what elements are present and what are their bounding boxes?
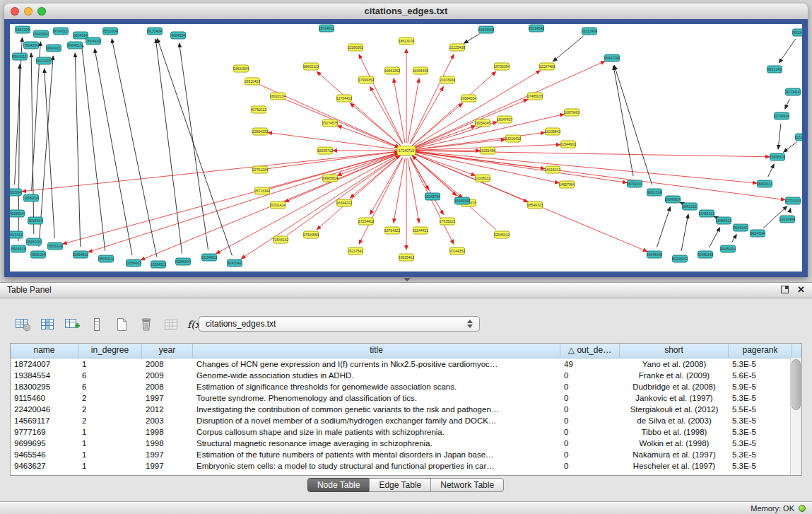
graph-edge[interactable]: [370, 158, 402, 215]
graph-edge[interactable]: [614, 65, 652, 185]
graph-node[interactable]: 22751234: [252, 166, 268, 173]
network-canvas[interactable]: 1724071916251456182543451958433420103934…: [10, 24, 802, 271]
graph-node[interactable]: 8905613: [11, 245, 26, 252]
graph-edge[interactable]: [784, 142, 797, 152]
table-row[interactable]: 2242004622012Investigating the contribut…: [11, 404, 801, 415]
graph-edge[interactable]: [155, 39, 182, 254]
graph-edge[interactable]: [216, 154, 400, 254]
graph-edge[interactable]: [268, 132, 399, 149]
graph-node[interactable]: 16344212: [336, 199, 352, 206]
graph-node[interactable]: 7904334: [24, 42, 39, 49]
graph-node[interactable]: 11544901: [560, 141, 576, 148]
scrollbar-thumb[interactable]: [792, 359, 801, 410]
graph-edge[interactable]: [413, 71, 540, 147]
tab-network-table[interactable]: Network Table: [430, 478, 504, 492]
graph-node[interactable]: 17710313: [785, 197, 801, 204]
show-columns-button[interactable]: [37, 316, 57, 334]
graph-node[interactable]: 81819042: [478, 26, 494, 33]
graph-node[interactable]: 16022134: [270, 93, 286, 100]
graph-node[interactable]: 20103934: [440, 76, 455, 83]
graph-node[interactable]: 9091314: [647, 189, 662, 196]
graph-node[interactable]: 17240719: [397, 146, 416, 156]
graph-node[interactable]: 17635212: [440, 218, 455, 225]
graph-node[interactable]: 26713342: [254, 187, 270, 194]
graph-node[interactable]: 42752112: [251, 106, 266, 113]
graph-node[interactable]: 14957964: [559, 181, 575, 188]
graph-edge[interactable]: [681, 214, 688, 251]
graph-node[interactable]: 20144352: [449, 247, 465, 255]
graph-edge[interactable]: [394, 158, 405, 223]
graph-node[interactable]: 16040914: [665, 196, 681, 203]
graph-node[interactable]: 10246042: [672, 255, 688, 262]
graph-node[interactable]: 16820313: [757, 180, 772, 187]
graph-edge[interactable]: [779, 39, 795, 63]
graph-node[interactable]: 13216412: [505, 135, 521, 142]
graph-edge[interactable]: [158, 38, 233, 255]
graph-edge[interactable]: [408, 158, 419, 223]
column-header-in_degree[interactable]: in_degree: [78, 344, 142, 358]
graph-node[interactable]: 16484913: [716, 217, 731, 224]
table-vertical-scrollbar[interactable]: [790, 358, 801, 475]
graph-edge[interactable]: [680, 202, 683, 204]
graph-node[interactable]: 1895914: [24, 194, 39, 201]
graph-node[interactable]: 26791914: [627, 180, 642, 187]
graph-node[interactable]: 16139842: [545, 128, 560, 135]
graph-node[interactable]: 18306435: [413, 67, 428, 74]
tab-node-table[interactable]: Node Table: [307, 478, 370, 492]
graph-edge[interactable]: [714, 216, 717, 218]
graph-node[interactable]: 12010454: [779, 216, 795, 223]
graph-edge[interactable]: [81, 43, 105, 251]
graph-node[interactable]: 9504012: [13, 53, 28, 60]
graph-node[interactable]: 7604920: [86, 37, 101, 45]
zoom-window-button[interactable]: [37, 7, 46, 16]
graph-node[interactable]: 10973493: [564, 109, 579, 116]
column-header-name[interactable]: name: [11, 344, 78, 358]
graph-edge[interactable]: [268, 151, 399, 168]
panel-splitter-handle[interactable]: [404, 278, 411, 281]
graph-node[interactable]: 9505413: [99, 255, 114, 262]
close-window-button[interactable]: [11, 7, 19, 16]
graph-node[interactable]: 26213404: [582, 28, 597, 35]
graph-edge[interactable]: [112, 39, 157, 257]
graph-node[interactable]: 17485033: [527, 93, 543, 100]
graph-node[interactable]: 12743914: [774, 112, 789, 119]
column-header-pagerank[interactable]: pagerank: [729, 344, 792, 358]
create-column-button[interactable]: [62, 316, 82, 334]
table-row[interactable]: 1456911722003Disruption of a novel membe…: [11, 415, 801, 426]
graph-node[interactable]: 12854332: [252, 128, 268, 135]
graph-node[interactable]: 17254412: [358, 218, 374, 225]
graph-node[interactable]: 18549323: [527, 201, 543, 209]
table-row[interactable]: 977716911998Corpus callosum shape and si…: [11, 426, 801, 438]
graph-node[interactable]: 9245042: [228, 259, 242, 267]
graph-node[interactable]: 72544132: [273, 236, 288, 243]
graph-node[interactable]: 16349342: [454, 197, 470, 204]
graph-node[interactable]: 16961262: [384, 67, 400, 74]
graph-node[interactable]: 15345754: [425, 193, 440, 200]
table-row[interactable]: 946554611997Estimation of the future num…: [11, 449, 801, 460]
graph-node[interactable]: 9221341: [767, 66, 782, 73]
import-table-button[interactable]: [161, 316, 181, 334]
graph-node[interactable]: 2560594: [10, 189, 22, 196]
graph-node[interactable]: 9135404: [148, 28, 163, 35]
window-titlebar[interactable]: citations_edges.txt: [4, 4, 808, 20]
graph-node[interactable]: 1864209: [16, 26, 30, 33]
graph-node[interactable]: 15958314: [770, 153, 785, 160]
graph-node[interactable]: 10554913: [126, 259, 141, 267]
graph-node[interactable]: 22045312: [494, 231, 510, 238]
graph-node[interactable]: 12106112: [475, 175, 490, 182]
graph-edge[interactable]: [411, 87, 444, 144]
graph-edge[interactable]: [414, 151, 785, 199]
graph-node[interactable]: 20654913: [73, 251, 88, 258]
table-selector-dropdown[interactable]: citations_edges.txt: [199, 316, 480, 332]
graph-node[interactable]: 15724913: [319, 25, 334, 32]
graph-edge[interactable]: [408, 78, 419, 143]
graph-node[interactable]: 19635412: [399, 254, 414, 261]
tab-edge-table[interactable]: Edge Table: [369, 478, 431, 492]
graph-node[interactable]: 19584334: [461, 95, 476, 102]
graph-node[interactable]: 17934563: [303, 231, 319, 238]
graph-node[interactable]: 17999354: [358, 76, 374, 83]
graph-node[interactable]: 9013423: [37, 57, 52, 64]
graph-node[interactable]: 12197483: [539, 63, 555, 70]
graph-edge[interactable]: [31, 53, 34, 234]
graph-node[interactable]: 9204914: [73, 32, 88, 39]
